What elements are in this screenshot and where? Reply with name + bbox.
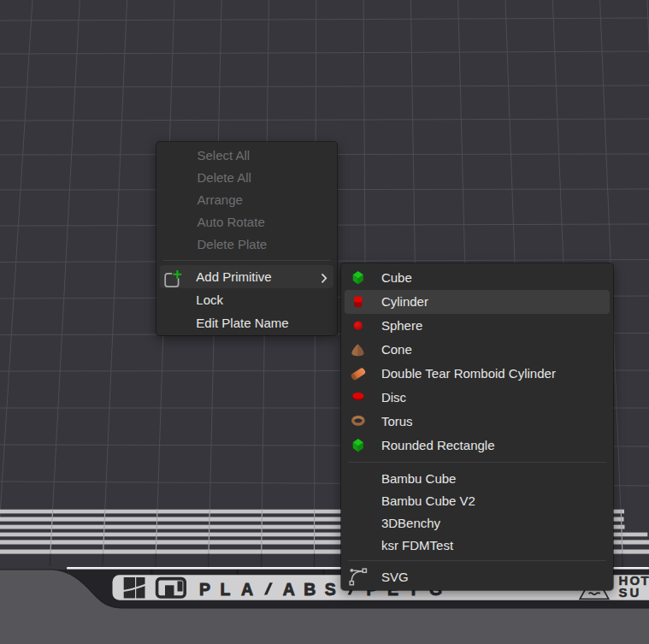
svg-text:S: S: [325, 580, 336, 599]
svg-text:S: S: [619, 585, 628, 600]
svg-text:P: P: [199, 580, 210, 599]
svg-text:A: A: [241, 580, 253, 599]
svg-text:T: T: [641, 573, 649, 588]
svg-text:A: A: [283, 580, 295, 599]
svg-text:B: B: [304, 580, 316, 599]
svg-text:U: U: [630, 585, 640, 600]
svg-text:L: L: [220, 580, 230, 599]
